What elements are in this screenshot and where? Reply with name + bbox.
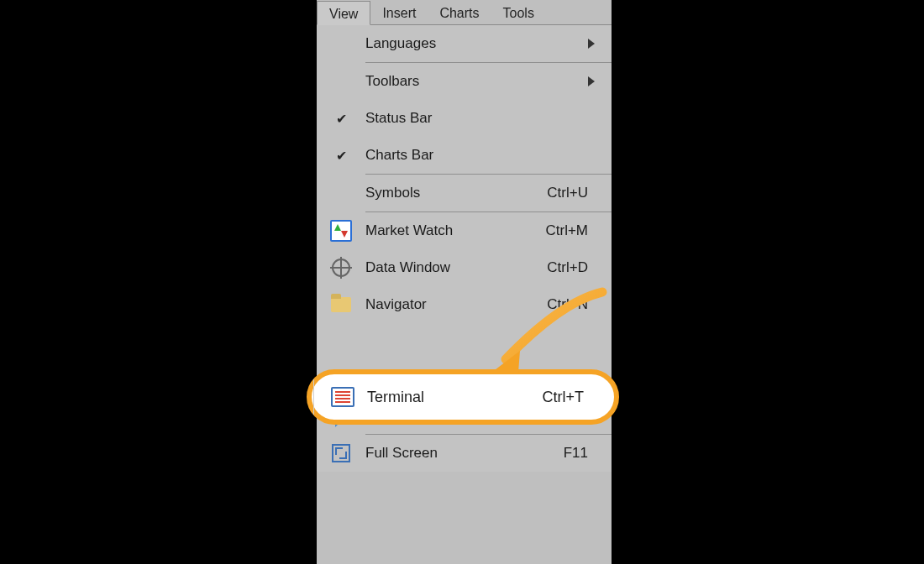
menu-item-label: Languages	[365, 35, 612, 52]
chevron-right-icon	[588, 76, 595, 86]
app-frame: View Insert Charts Tools Languages Toolb…	[317, 0, 612, 564]
blank-icon	[317, 25, 365, 62]
terminal-icon	[318, 374, 367, 420]
crosshair-icon	[317, 249, 365, 286]
market-watch-icon	[317, 212, 365, 249]
menu-insert[interactable]: Insert	[370, 0, 428, 24]
shortcut-label: Ctrl+N	[536, 296, 612, 313]
menu-item-status-bar[interactable]: ✔ Status Bar	[317, 100, 612, 137]
menu-item-label: Symbols	[365, 185, 536, 201]
menubar: View Insert Charts Tools	[317, 0, 612, 25]
menu-item-label: Market Watch	[365, 222, 536, 239]
menu-item-toolbars[interactable]: Toolbars	[317, 63, 612, 100]
svg-marker-1	[588, 76, 595, 86]
check-icon: ✔	[317, 137, 365, 174]
menu-item-charts-bar[interactable]: ✔ Charts Bar	[317, 137, 612, 174]
menu-tools[interactable]: Tools	[491, 0, 546, 24]
svg-marker-0	[588, 39, 595, 49]
menu-item-label: Charts Bar	[365, 147, 612, 164]
menu-item-market-watch[interactable]: Market Watch Ctrl+M	[317, 212, 612, 249]
menu-item-navigator[interactable]: Navigator Ctrl+N	[317, 286, 612, 323]
shortcut-label: Ctrl+M	[536, 222, 612, 239]
shortcut-label: Ctrl+D	[536, 259, 612, 276]
shortcut-label: F11	[536, 445, 612, 462]
annotation-highlight: Terminal Ctrl+T	[307, 369, 619, 425]
menu-item-label: Data Window	[365, 259, 536, 276]
menu-item-label: Full Screen	[365, 445, 536, 462]
blank-icon	[317, 63, 365, 100]
menu-item-label: Terminal	[367, 389, 538, 406]
chevron-right-icon	[588, 39, 595, 49]
menu-item-data-window[interactable]: Data Window Ctrl+D	[317, 249, 612, 286]
menu-item-languages[interactable]: Languages	[317, 25, 612, 62]
blank-icon	[317, 175, 365, 212]
menu-item-full-screen[interactable]: Full Screen F11	[317, 435, 612, 472]
menu-charts[interactable]: Charts	[428, 0, 491, 24]
shortcut-label: Ctrl+T	[538, 389, 614, 406]
menu-item-symbols[interactable]: Symbols Ctrl+U	[317, 175, 612, 212]
menu-item-label: Status Bar	[365, 110, 612, 127]
folder-icon	[317, 286, 365, 323]
menu-item-label: Toolbars	[365, 73, 612, 90]
menu-view[interactable]: View	[317, 1, 370, 25]
menu-item-label: Navigator	[365, 296, 536, 313]
check-icon: ✔	[317, 100, 365, 137]
fullscreen-icon	[317, 435, 365, 472]
shortcut-label: Ctrl+U	[536, 185, 612, 201]
